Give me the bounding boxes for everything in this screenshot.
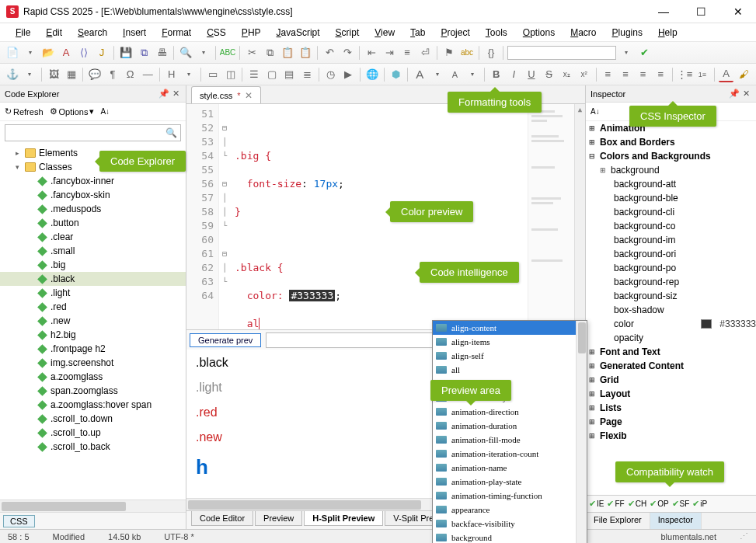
dropdown-icon[interactable]: ▾	[23, 45, 38, 61]
bold-icon[interactable]: B	[489, 67, 504, 82]
close-button[interactable]: ✕	[726, 5, 750, 18]
menu-macro[interactable]: Macro	[564, 26, 602, 40]
inspector-prop[interactable]: background-po	[586, 261, 756, 275]
inspector-category-page[interactable]: ⊞Page	[586, 415, 756, 429]
menu-plugins[interactable]: Plugins	[606, 26, 649, 40]
generate-preview-button[interactable]: Generate prev	[190, 333, 261, 347]
inspector-prop[interactable]: ⊞background	[586, 163, 756, 177]
cut-icon[interactable]: ✂	[244, 45, 260, 61]
inspector-category-layout[interactable]: ⊞Layout	[586, 387, 756, 401]
bookmark-icon[interactable]: ⚑	[441, 45, 457, 61]
comment-icon[interactable]: 💬	[87, 67, 103, 82]
horizontal-scrollbar[interactable]	[0, 499, 186, 512]
align-justify-icon[interactable]: ≡	[653, 67, 668, 82]
pin-icon[interactable]: 📌	[727, 89, 741, 99]
inspector-category-lists[interactable]: ⊞Lists	[586, 401, 756, 415]
sort-icon[interactable]: A↓	[591, 107, 600, 116]
class-item[interactable]: .black	[0, 272, 186, 286]
class-item[interactable]: .clear	[0, 230, 186, 244]
inspector-category-animation[interactable]: ⊞Animation	[586, 121, 756, 135]
print-icon[interactable]: 🖶	[154, 45, 169, 61]
autocomplete-item[interactable]: animation-delay	[433, 391, 587, 405]
inspector-prop[interactable]: background-co	[586, 219, 756, 233]
open-icon[interactable]: 📂	[40, 45, 56, 61]
clipboard-icon[interactable]: 📋	[298, 45, 313, 61]
explorer-search[interactable]: 🔍	[5, 124, 181, 141]
inspector-prop[interactable]: background-ble	[586, 191, 756, 205]
class-item[interactable]: .new	[0, 314, 186, 328]
dropdown-icon[interactable]: ▾	[196, 45, 211, 61]
pin-icon[interactable]: 📌	[157, 89, 171, 99]
dropdown-icon[interactable]: ▾	[465, 67, 480, 82]
class-item[interactable]: span.zoomglass	[0, 384, 186, 398]
dropdown-icon[interactable]: ▾	[23, 67, 38, 82]
class-item[interactable]: .fancybox-skin	[0, 188, 186, 202]
dropdown-icon[interactable]: ▾	[182, 67, 197, 82]
copy-icon[interactable]: ⧉	[262, 45, 277, 61]
time-icon[interactable]: ◷	[323, 67, 339, 82]
close-panel-icon[interactable]: ✕	[741, 89, 751, 99]
menu-insert[interactable]: Insert	[117, 26, 152, 40]
file-a-icon[interactable]: A	[58, 45, 74, 61]
undo-icon[interactable]: ↶	[322, 45, 337, 61]
font-grow-icon[interactable]: A	[412, 67, 427, 82]
color-swatch[interactable]: #333333	[289, 290, 335, 301]
ol-icon[interactable]: 1≡	[695, 67, 710, 82]
class-item[interactable]: .frontpage h2	[0, 342, 186, 356]
class-tree[interactable]: ▸Elements▾Classes.fancybox-inner.fancybo…	[0, 144, 186, 499]
quick-search-input[interactable]	[507, 46, 616, 60]
menu-file[interactable]: File	[9, 26, 37, 40]
panel-tab[interactable]: Inspector	[650, 513, 702, 529]
tag-icon[interactable]: abc	[459, 45, 475, 61]
align-right-icon[interactable]: ≡	[636, 67, 651, 82]
redo-icon[interactable]: ↷	[340, 45, 355, 61]
inspector-prop[interactable]: background-siz	[586, 289, 756, 303]
autocomplete-item[interactable]: background	[433, 531, 587, 543]
menu-edit[interactable]: Edit	[40, 26, 68, 40]
search-icon[interactable]: 🔍	[165, 127, 177, 138]
class-item[interactable]: img.screenshot	[0, 356, 186, 370]
menu-project[interactable]: Project	[434, 26, 476, 40]
text-color-icon[interactable]: A	[719, 67, 734, 82]
css-tag-button[interactable]: CSS	[3, 515, 35, 527]
fold-gutter[interactable]: ⊟│└ ⊟││└ ⊟│└	[219, 104, 230, 329]
menu-tab[interactable]: Tab	[404, 26, 431, 40]
table-icon[interactable]: ▦	[64, 67, 79, 82]
align-left-icon[interactable]: ≡	[601, 67, 616, 82]
menu-search[interactable]: Search	[71, 26, 113, 40]
autocomplete-item[interactable]: align-self	[433, 349, 587, 363]
autocomplete-item[interactable]: animation-play-state	[433, 475, 587, 489]
inspector-prop[interactable]: background-rep	[586, 275, 756, 289]
autocomplete-popup[interactable]: align-contentalign-itemsalign-selfallani…	[432, 320, 587, 543]
sub-icon[interactable]: x₂	[559, 67, 574, 82]
class-item[interactable]: .scroll_to.back	[0, 440, 186, 454]
image-icon[interactable]: 🖼	[46, 67, 61, 82]
autocomplete-item[interactable]: animation-timing-function	[433, 489, 587, 503]
panel-tab[interactable]: File Explorer	[586, 513, 650, 529]
menu-tools[interactable]: Tools	[479, 26, 514, 40]
inspector-prop[interactable]: background-att	[586, 177, 756, 191]
inspector-prop[interactable]: background-cli	[586, 205, 756, 219]
form-icon[interactable]: ☰	[246, 67, 262, 82]
class-item[interactable]: .scroll_to.up	[0, 426, 186, 440]
resize-grip-icon[interactable]: ⋰	[740, 531, 748, 541]
menu-options[interactable]: Options	[517, 26, 561, 40]
inspector-prop[interactable]: box-shadow	[586, 303, 756, 317]
menu-php[interactable]: PHP	[235, 26, 267, 40]
autocomplete-scrollbar[interactable]	[576, 321, 587, 543]
menu-css[interactable]: CSS	[200, 26, 232, 40]
maximize-button[interactable]: ☐	[689, 5, 712, 18]
close-tab-icon[interactable]: ✕	[245, 90, 253, 101]
file-tab[interactable]: style.css * ✕	[191, 86, 261, 103]
autocomplete-item[interactable]: animation-duration	[433, 419, 587, 433]
wrap-icon[interactable]: ⏎	[417, 45, 433, 61]
class-item[interactable]: a.zoomglass	[0, 370, 186, 384]
inspector-category-box[interactable]: ⊞Box and Borders	[586, 135, 756, 149]
class-item[interactable]: .scroll_to.down	[0, 412, 186, 426]
align-center-icon[interactable]: ≡	[618, 67, 633, 82]
indent-icon[interactable]: ⇥	[381, 45, 397, 61]
heading-icon[interactable]: H	[164, 67, 179, 82]
dropdown-icon[interactable]: ▾	[430, 67, 445, 82]
code-editor[interactable]: 5152535455565758596061626364 ⊟│└ ⊟││└ ⊟│…	[186, 104, 585, 329]
search-icon[interactable]: 🔍	[178, 45, 193, 61]
